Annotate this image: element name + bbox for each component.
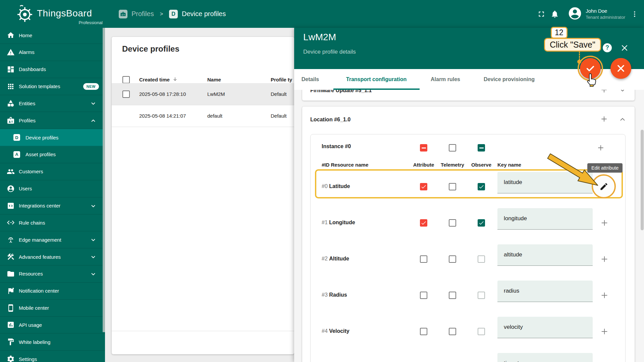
antenna-icon — [7, 236, 15, 244]
key-name-field-radius[interactable]: radius — [497, 281, 593, 302]
altitude-observe-checkbox[interactable] — [478, 255, 485, 263]
latitude-observe-checkbox[interactable] — [478, 183, 485, 190]
latitude-telemetry-checkbox[interactable] — [449, 183, 456, 190]
tab-device-provisioning[interactable]: Device provisioning — [484, 69, 535, 90]
integration-icon — [7, 202, 15, 210]
construction-icon — [7, 253, 15, 261]
sidebar-item-asset-profiles[interactable]: AAsset profiles — [0, 146, 105, 163]
notifications-bell-icon[interactable] — [548, 7, 561, 21]
radius-observe-checkbox[interactable] — [478, 292, 485, 299]
profiles-breadcrumb-icon — [119, 10, 127, 18]
chevron-down-icon — [90, 254, 96, 259]
sidebar-item-entities[interactable]: Entities — [0, 95, 105, 112]
radius-telemetry-checkbox[interactable] — [449, 292, 456, 299]
sidebar-item-customers[interactable]: Customers — [0, 163, 105, 180]
radius-attribute-checkbox[interactable] — [420, 292, 427, 299]
column-observe: Observe — [471, 162, 491, 168]
sidebar-item-resources[interactable]: Resources — [0, 265, 105, 283]
altitude-telemetry-checkbox[interactable] — [449, 255, 456, 263]
close-icon[interactable] — [621, 44, 629, 52]
kebab-menu-icon[interactable] — [628, 7, 641, 21]
breadcrumb-parent[interactable]: Profiles — [131, 10, 154, 18]
attribute-column-checkbox[interactable] — [420, 144, 427, 152]
longitude-telemetry-checkbox[interactable] — [449, 219, 456, 227]
key-name-field-timestamp[interactable]: timestamp — [497, 353, 593, 362]
sidebar-item-profiles[interactable]: Profiles — [0, 112, 105, 129]
sidebar-item-label: Dashboards — [19, 66, 85, 72]
device-profiles-table-card: Device profiles Created time Name Profil… — [112, 37, 294, 354]
sidebar-item-advanced-features[interactable]: Advanced features — [0, 248, 105, 265]
sidebar-item-edge-management[interactable]: Edge management — [0, 231, 105, 248]
velocity-observe-checkbox[interactable] — [478, 328, 485, 335]
tab-alarm-rules[interactable]: Alarm rules — [431, 69, 460, 90]
add-attribute-icon-longitude[interactable] — [600, 219, 609, 227]
annotation-step-number: 12 — [551, 27, 568, 39]
sidebar-item-label: Edge management — [19, 237, 85, 243]
latitude-attribute-checkbox[interactable] — [420, 183, 427, 190]
device-profiles-breadcrumb-icon: D — [169, 10, 178, 18]
window-scrollbar[interactable] — [641, 130, 644, 230]
location-collapse-chevron-up-icon[interactable] — [619, 116, 627, 124]
add-attribute-icon-altitude[interactable] — [600, 255, 609, 263]
thingsboard-logo[interactable]: ThingsBoard Professional — [15, 3, 92, 25]
sidebar-item-home[interactable]: Home — [0, 28, 105, 44]
thingsboard-logo-icon — [15, 3, 34, 25]
key-name-field-altitude[interactable]: altitude — [497, 244, 593, 266]
sidebar-item-notification-center[interactable]: Notification center — [0, 283, 105, 300]
key-name-field-longitude[interactable]: longitude — [497, 208, 593, 230]
help-icon[interactable]: ? — [603, 43, 612, 52]
home-icon — [7, 31, 15, 39]
cell-profile-type: Default — [271, 105, 287, 127]
velocity-telemetry-checkbox[interactable] — [449, 328, 456, 335]
location-add-instance-icon[interactable] — [600, 115, 608, 123]
tab-details[interactable]: Details — [302, 69, 319, 90]
sidebar-item-alarms[interactable]: Alarms — [0, 44, 105, 61]
sidebar-item-white-labeling[interactable]: White labeling — [0, 334, 105, 351]
table-row-LwM2M[interactable]: 2025-05-08 17:28:10LwM2MDefault — [112, 83, 294, 105]
sidebar-item-mobile-center[interactable]: Mobile center — [0, 300, 105, 317]
user-menu[interactable]: John Doe Tenant administrator — [568, 6, 625, 22]
new-badge: NEW — [83, 83, 99, 90]
add-attribute-icon-velocity[interactable] — [600, 327, 609, 336]
cell-name: LwM2M — [207, 83, 225, 105]
longitude-observe-checkbox[interactable] — [478, 219, 485, 227]
longitude-attribute-checkbox[interactable] — [420, 219, 427, 227]
telemetry-column-checkbox[interactable] — [449, 144, 456, 152]
sidebar-item-device-profiles[interactable]: DDevice profiles — [0, 129, 105, 146]
sort-descending-icon[interactable] — [172, 76, 178, 83]
sidebar-item-integrations-center[interactable]: Integrations center — [0, 197, 105, 215]
edit-attribute-tooltip: Edit attribute — [587, 163, 623, 173]
cell-created-time: 2025-05-08 17:28:10 — [139, 83, 186, 105]
sidebar-item-label: Rule chains — [19, 220, 85, 226]
chevron-down-icon — [90, 237, 96, 242]
select-all-checkbox[interactable] — [122, 76, 130, 83]
resource-label-longitude: #1 Longitude — [322, 220, 355, 226]
instance-add-resource-icon[interactable] — [597, 144, 605, 152]
cell-name: default — [207, 105, 222, 127]
fullscreen-icon[interactable] — [535, 7, 548, 21]
observe-column-checkbox[interactable] — [478, 144, 485, 152]
tab-transport-configuration[interactable]: Transport configuration — [346, 69, 407, 90]
cancel-button[interactable] — [610, 58, 631, 79]
annotation-callout: Click "Save" — [544, 38, 601, 52]
sidebar-item-rule-chains[interactable]: Rule chains — [0, 214, 105, 231]
altitude-attribute-checkbox[interactable] — [420, 255, 427, 263]
sidebar-item-dashboards[interactable]: Dashboards — [0, 61, 105, 78]
sidebar-scrollbar[interactable] — [103, 28, 105, 332]
chartbox-icon — [7, 321, 15, 329]
velocity-attribute-checkbox[interactable] — [420, 328, 427, 335]
phone-icon — [7, 304, 15, 312]
column-id-resource-name: #ID Resource name — [322, 162, 368, 168]
key-name-field-velocity[interactable]: velocity — [497, 317, 593, 338]
chevron-down-icon — [90, 203, 96, 208]
sidebar-item-api-usage[interactable]: API usage — [0, 316, 105, 334]
add-attribute-icon-radius[interactable] — [600, 291, 609, 300]
sidebar-item-settings[interactable]: Settings — [0, 351, 105, 362]
location-section-title: Location #6_1.0 — [310, 117, 351, 123]
logo-subtitle: Professional — [62, 20, 103, 25]
row-checkbox[interactable] — [122, 90, 130, 98]
table-row-default[interactable]: 2025-05-08 14:21:07defaultDefault — [112, 105, 294, 127]
sidebar-item-users[interactable]: Users — [0, 180, 105, 197]
sidebar-item-solution-templates[interactable]: Solution templatesNEW — [0, 78, 105, 95]
alarm-icon — [7, 48, 15, 56]
